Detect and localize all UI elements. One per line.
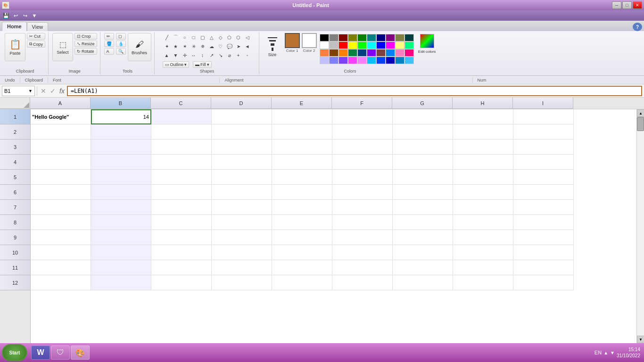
shape-btn-arrow-l[interactable]: ◄	[243, 42, 252, 50]
palette-color-19[interactable]	[405, 41, 414, 49]
cell-H12[interactable]	[453, 275, 513, 290]
row-header-3[interactable]: 3	[0, 140, 30, 155]
cell-I12[interactable]	[513, 275, 574, 290]
cell-A1[interactable]: "Hello Google"	[31, 109, 91, 124]
cell-F4[interactable]	[332, 155, 393, 170]
cell-D4[interactable]	[212, 155, 272, 170]
palette-color-37[interactable]	[386, 57, 395, 64]
color1-box[interactable]	[285, 33, 300, 48]
shape-btn-star8[interactable]: ✵	[198, 42, 207, 50]
fill-color-btn[interactable]: 🪣	[104, 41, 114, 47]
palette-color-7[interactable]	[386, 34, 395, 41]
qa-dropdown-btn[interactable]: ▼	[30, 12, 39, 19]
palette-color-35[interactable]	[367, 57, 376, 64]
shape-btn-diamond[interactable]: ◇	[216, 33, 225, 41]
formula-input[interactable]: =LEN(A1)	[67, 86, 642, 96]
palette-color-30[interactable]	[320, 57, 329, 64]
scroll-down-btn[interactable]: ▼	[637, 336, 644, 343]
palette-color-23[interactable]	[348, 49, 357, 57]
cell-B12[interactable]	[91, 275, 151, 290]
cell-C11[interactable]	[151, 260, 212, 275]
cell-C8[interactable]	[151, 215, 212, 230]
shape-btn-arrow-u[interactable]: ▲	[163, 51, 171, 59]
cell-A10[interactable]	[31, 245, 91, 260]
palette-color-38[interactable]	[395, 57, 405, 64]
cell-A4[interactable]	[31, 155, 91, 170]
row-header-11[interactable]: 11	[0, 260, 30, 275]
cell-H6[interactable]	[453, 185, 513, 200]
cell-I10[interactable]	[513, 245, 574, 260]
cell-H11[interactable]	[453, 260, 513, 275]
taskbar-app-shield[interactable]: 🛡	[51, 346, 70, 360]
cell-G5[interactable]	[393, 170, 453, 185]
taskbar-app-paint[interactable]: 🎨	[71, 346, 90, 360]
cell-D7[interactable]	[212, 200, 272, 215]
shape-btn-plus[interactable]: +	[234, 51, 243, 59]
corner-cell[interactable]	[0, 98, 30, 109]
cell-H9[interactable]	[453, 230, 513, 245]
palette-color-26[interactable]	[376, 49, 386, 57]
cell-H5[interactable]	[453, 170, 513, 185]
cell-G4[interactable]	[393, 155, 453, 170]
col-header-A[interactable]: A	[30, 98, 91, 109]
cell-F1[interactable]	[332, 109, 393, 124]
shape-btn-arrow-diag2[interactable]: ↘	[216, 51, 225, 59]
cell-E5[interactable]	[272, 170, 332, 185]
magnify-button[interactable]: 🔍	[116, 48, 126, 55]
tab-home[interactable]: Home	[2, 22, 27, 31]
shape-btn-arrow-ud[interactable]: ↕	[198, 51, 207, 59]
row-header-5[interactable]: 5	[0, 170, 30, 185]
cell-H7[interactable]	[453, 200, 513, 215]
cell-G11[interactable]	[393, 260, 453, 275]
shape-btn-heart[interactable]: ♡	[216, 42, 225, 50]
row-header-1[interactable]: 1	[0, 109, 30, 124]
cell-G3[interactable]	[393, 140, 453, 155]
cell-F5[interactable]	[332, 170, 393, 185]
cell-C7[interactable]	[151, 200, 212, 215]
row-header-12[interactable]: 12	[0, 275, 30, 290]
scroll-up-btn[interactable]: ▲	[637, 109, 644, 117]
cell-H8[interactable]	[453, 215, 513, 230]
shape-btn-cylinder[interactable]: ⌀	[225, 51, 234, 59]
cell-E11[interactable]	[272, 260, 332, 275]
cell-G2[interactable]	[393, 124, 453, 140]
cell-A12[interactable]	[31, 275, 91, 290]
col-header-H[interactable]: H	[453, 98, 513, 109]
shape-btn-cloud[interactable]: ☁	[207, 42, 216, 50]
row-header-10[interactable]: 10	[0, 245, 30, 260]
shape-btn-arrow-d[interactable]: ▼	[172, 51, 180, 59]
cell-E10[interactable]	[272, 245, 332, 260]
palette-color-17[interactable]	[386, 41, 395, 49]
cell-D6[interactable]	[212, 185, 272, 200]
formula-cancel-btn[interactable]: ✕	[39, 87, 48, 95]
paste-button[interactable]: 📋 Paste	[5, 33, 25, 61]
shape-btn-curve[interactable]: ⌒	[172, 33, 180, 41]
cell-G10[interactable]	[393, 245, 453, 260]
shape-btn-rtri[interactable]: ◁	[243, 33, 252, 41]
palette-color-11[interactable]	[329, 41, 339, 49]
cell-I6[interactable]	[513, 185, 574, 200]
outline-button[interactable]: ▭ Outline ▾	[163, 61, 190, 68]
copy-button[interactable]: ⧉ Copy	[27, 41, 45, 48]
col-header-I[interactable]: I	[513, 98, 573, 109]
color2-box[interactable]	[302, 33, 317, 48]
palette-color-24[interactable]	[357, 49, 367, 57]
palette-color-15[interactable]	[367, 41, 376, 49]
formula-confirm-btn[interactable]: ✓	[49, 87, 57, 95]
palette-color-39[interactable]	[405, 57, 414, 64]
taskbar-app-word[interactable]: W	[31, 346, 50, 360]
cell-G9[interactable]	[393, 230, 453, 245]
shape-btn-misc[interactable]: ◦	[243, 51, 252, 59]
eraser-button[interactable]: ◻	[116, 33, 126, 40]
cell-E4[interactable]	[272, 155, 332, 170]
palette-color-29[interactable]	[405, 49, 414, 57]
palette-color-22[interactable]	[339, 49, 348, 57]
palette-color-33[interactable]	[348, 57, 357, 64]
maximize-button[interactable]: □	[622, 1, 632, 9]
brushes-button[interactable]: 🖌 Brushes	[128, 33, 151, 61]
row-header-7[interactable]: 7	[0, 200, 30, 215]
cell-H3[interactable]	[453, 140, 513, 155]
cut-button[interactable]: ✂ Cut	[27, 33, 45, 40]
cell-D8[interactable]	[212, 215, 272, 230]
cell-B9[interactable]	[91, 230, 151, 245]
